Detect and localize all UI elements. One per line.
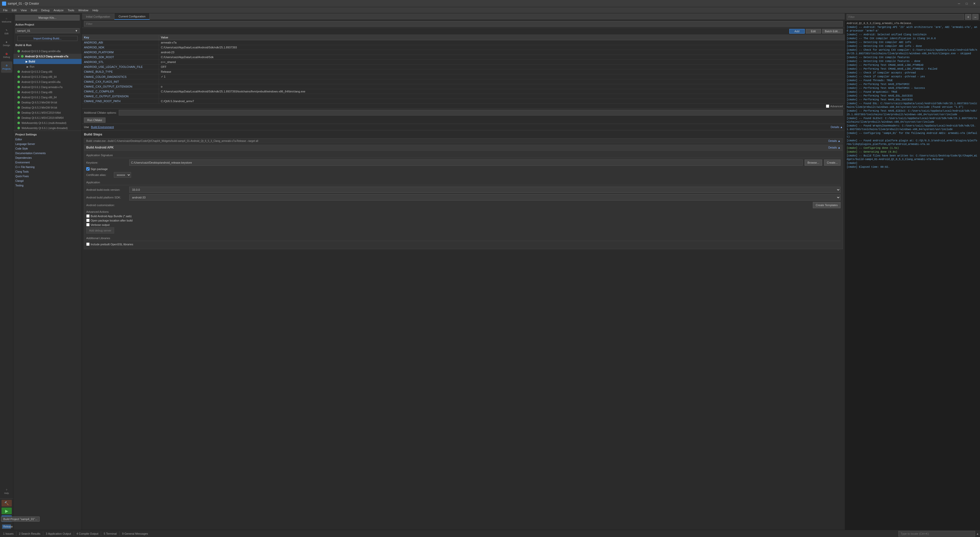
verbose-check-label[interactable]: Verbose output (86, 223, 840, 226)
cert-alias-select[interactable]: xxxxxx (114, 172, 131, 178)
sign-package-checkbox[interactable] (86, 167, 89, 171)
table-row[interactable]: CMAKE_BUILD_TYPERelease (82, 69, 845, 74)
kit-build-item[interactable]: ▶ Build (13, 59, 82, 64)
table-row[interactable]: ANDROID_STLc++_shared (82, 60, 845, 65)
maximize-button[interactable]: □ (963, 1, 970, 6)
import-build-button[interactable]: Import Existing Build... (18, 36, 78, 41)
kit-msvc-arm64[interactable]: Desktop Qt 6.6.1 MSVC2019 ARM64 (13, 115, 82, 120)
kit-run-item[interactable]: ▶ Run (13, 64, 82, 69)
open-package-check-label[interactable]: Open package location after build (86, 219, 840, 222)
table-row[interactable]: CMAKE_FIND_ROOT_PATHC:/Qt/6.5.3/android_… (82, 99, 845, 104)
release-badge[interactable]: Release (2, 524, 11, 529)
create-keystore-button[interactable]: Create... (824, 159, 840, 166)
table-row[interactable]: CMAKE_C_COMPILERC:/Users/caizi/AppData/L… (82, 89, 845, 94)
menu-edit[interactable]: Edit (10, 8, 19, 13)
verbose-checkbox[interactable] (86, 223, 89, 226)
add-cmake-button[interactable]: Add (789, 29, 805, 33)
app-output-tab[interactable]: 3 Application Output (44, 532, 73, 536)
menu-view[interactable]: View (19, 8, 29, 13)
menu-analyze[interactable]: Analyze (51, 8, 65, 13)
bundle-checkbox[interactable] (86, 214, 89, 218)
table-row[interactable]: ANDROID_NDKC:/Users/caizi/AppData/Local/… (82, 45, 845, 50)
batch-edit-button[interactable]: Batch Edit... (822, 29, 843, 33)
kit-wasm-multi[interactable]: WebAssembly Qt 6.6.1 (multi-threaded) (13, 120, 82, 126)
menu-tools[interactable]: Tools (65, 8, 76, 13)
settings-cpp-naming[interactable]: C++ File Naming (13, 165, 82, 169)
kit-x86-64[interactable]: Android Qt 6.5.3 Clang x86_64 (13, 74, 82, 80)
keystore-input[interactable] (129, 159, 803, 166)
sidebar-help[interactable]: ? Help (1, 486, 12, 497)
tab-initial-config[interactable]: Initial Configuration (82, 13, 115, 20)
build-environment-link[interactable]: Build Environment (91, 126, 114, 129)
project-selector[interactable]: samp4_01 ▼ (15, 28, 80, 33)
settings-dependencies[interactable]: Dependencies (13, 155, 82, 160)
run-cmake-button[interactable]: Run CMake (84, 118, 105, 123)
kit-x86[interactable]: Android Qt 6.5.3 Clang x86 (13, 69, 82, 74)
menu-window[interactable]: Window (76, 8, 90, 13)
kit-661-x64[interactable]: Android Qt 6.6.1 Clang x86_64 (13, 95, 82, 100)
open-package-checkbox[interactable] (86, 219, 89, 222)
build-tools-select[interactable]: 33.0.0 (129, 187, 840, 193)
run-button[interactable]: ▶ (2, 508, 12, 514)
locate-input[interactable] (898, 531, 975, 537)
edit-cmake-button[interactable]: Edit (806, 29, 821, 33)
table-row[interactable]: ANDROID_SDK_ROOTC:/Users/caizi/AppData/L… (82, 55, 845, 60)
bundle-check-label[interactable]: Build Android App Bundle (*.aab) (86, 214, 840, 218)
include-presets-checkbox[interactable] (86, 242, 89, 246)
advanced-checkbox-label[interactable]: Advanced (826, 105, 843, 108)
settings-clang-tools[interactable]: Clang Tools (13, 169, 82, 174)
minimize-button[interactable]: ─ (955, 1, 963, 6)
kit-661-armeabi[interactable]: Android Qt 6.6.1 Clang armeabi-v7a (13, 84, 82, 90)
menu-build[interactable]: Build (29, 8, 39, 13)
sidebar-projects[interactable]: ⚙ Projects (1, 61, 12, 73)
settings-code-style[interactable]: Code Style (13, 146, 82, 151)
table-row[interactable]: ANDROID_ABIarmeabi-v7a (82, 40, 845, 45)
sign-package-checkbox-label[interactable]: Sign package (86, 167, 840, 171)
table-row[interactable]: CMAKE_CXX_FLAGS_INIT (82, 80, 845, 84)
manage-kits-button[interactable]: Manage Kits... (15, 15, 80, 21)
log-add-button[interactable]: + (965, 14, 971, 20)
table-row[interactable]: CMAKE_CXX_OUTPUT_EXTENSIONo (82, 84, 845, 89)
kit-wasm-single[interactable]: WebAssembly Qt 6.6.1 (single-threaded) (13, 126, 82, 131)
sidebar-edit[interactable]: ✎ Edit (1, 26, 12, 37)
table-row[interactable]: CMAKE_C_OUTPUT_EXTENSION (82, 94, 845, 99)
table-row[interactable]: ANDROID_PLATFORMandroid-23 (82, 50, 845, 55)
settings-doc-comments[interactable]: Documentation Comments (13, 151, 82, 155)
settings-quick-fixes[interactable]: Quick Fixes (13, 174, 82, 178)
tab-current-config[interactable]: Current Configuration (115, 13, 150, 20)
kit-desktop-mingw-1[interactable]: Desktop Qt 6.5.3 MinGW 64-bit (13, 100, 82, 105)
sidebar-design[interactable]: ◈ Design (1, 38, 12, 49)
hammer-build-button[interactable]: 🔨 (2, 500, 12, 507)
advanced-checkbox[interactable] (826, 105, 829, 108)
build-step-details-button[interactable]: Details ▲ (828, 139, 840, 142)
include-presets-label[interactable]: Include prebuilt OpenSSL libraries (86, 242, 840, 246)
add-debug-server-button[interactable]: Add debug server (86, 228, 114, 234)
settings-editor[interactable]: Editor (13, 137, 82, 142)
close-button[interactable]: ✕ (971, 1, 978, 6)
build-env-details-button[interactable]: Details ▲ (830, 126, 843, 129)
general-messages-tab[interactable]: 9 General Messages (120, 532, 150, 536)
kit-arm64-2[interactable]: Android Qt 6.5.3 Clang arm64-v8a (13, 80, 82, 84)
issues-tab[interactable]: 1 Issues (1, 532, 16, 536)
settings-environment[interactable]: Environment (13, 160, 82, 165)
kit-arm64[interactable]: Android Qt 6.5.3 Clang arm64-v8a (13, 49, 82, 54)
menu-file[interactable]: File (1, 8, 10, 13)
platform-sdk-select[interactable]: android-33 (129, 194, 840, 201)
browse-button[interactable]: Browse... (805, 159, 822, 166)
kit-msvc-64[interactable]: Desktop Qt 6.6.1 MSVC2019 64bit (13, 110, 82, 115)
additional-cmake-input[interactable] (119, 110, 843, 115)
log-filter-input[interactable] (846, 14, 964, 20)
kit-desktop-mingw-2[interactable]: Desktop Qt 6.5.3 MinGW 64-bit (13, 105, 82, 110)
settings-clangd[interactable]: Clangd (13, 178, 82, 183)
terminal-tab[interactable]: 5 Terminal (102, 532, 119, 536)
table-row[interactable]: CMAKE_COLOR_DIAGNOSTICS✓ 1 (82, 74, 845, 80)
sidebar-welcome[interactable]: ⌂ Welcome (1, 14, 12, 25)
kit-661-x86[interactable]: Android Qt 6.6.1 Clang x86 (13, 90, 82, 95)
search-results-tab[interactable]: 2 Search Results (17, 532, 43, 536)
compile-output-tab[interactable]: 4 Compile Output (75, 532, 100, 536)
log-remove-button[interactable]: – (972, 14, 978, 20)
kit-armeabi-selected[interactable]: ▼ Android Qt 6.5.3 Clang armeabi-v7a (13, 54, 82, 59)
menu-help[interactable]: Help (90, 8, 100, 13)
menu-debug[interactable]: Debug (39, 8, 51, 13)
settings-language-server[interactable]: Language Server (13, 142, 82, 146)
